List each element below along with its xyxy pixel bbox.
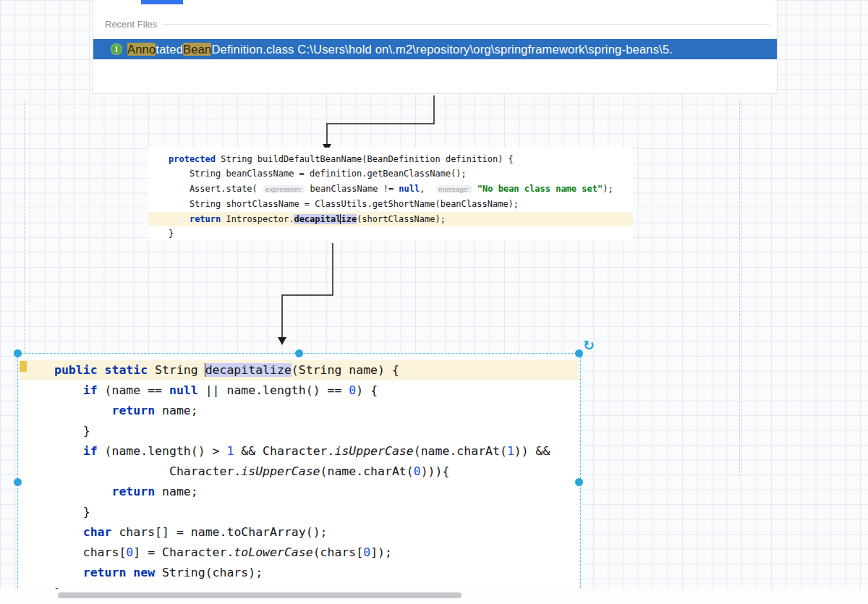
code-token: public static (54, 363, 148, 377)
arrow-connector-bottom[interactable] (278, 243, 333, 345)
code-line: char chars[] = name.toCharArray(); (20, 522, 579, 543)
code-token: null (169, 383, 198, 397)
code-token: chars[] = name.toCharArray(); (112, 525, 328, 539)
code-line: if (name.length() > 1 && Character.isUpp… (20, 441, 579, 461)
code-token: isUpperCase (334, 444, 413, 458)
selection-handle-top-center[interactable] (295, 349, 303, 357)
code-line: chars[0] = Character.toLowerCase(chars[0… (20, 543, 579, 563)
code-line: Character.isUpperCase(name.charAt(0))){ (20, 461, 579, 482)
code-token: ]); (370, 545, 392, 559)
code-token: 0 (363, 545, 370, 559)
code-snippet-decapitalize[interactable]: public static String decapitalize(String… (20, 354, 579, 589)
code-token: String(chars); (155, 566, 263, 579)
code-token: String shortClassName = ClassUtils.getSh… (169, 199, 519, 209)
code-line: String beanClassName = definition.getBea… (148, 166, 633, 181)
code-token: name; (155, 485, 198, 498)
code-token: ); (603, 184, 613, 194)
code-line: return name; (20, 401, 579, 421)
code-token: Introspector. (221, 214, 294, 224)
code-token: 1 (507, 444, 514, 458)
code-line: } (20, 583, 579, 589)
code-line: } (20, 421, 579, 441)
code-token: message: (435, 185, 472, 193)
code-token: } (54, 424, 90, 438)
code-token: ) { (356, 383, 378, 397)
code-token: beanClassName != (305, 184, 399, 194)
code-token: (name.length() > (98, 444, 227, 458)
code-token (472, 184, 477, 194)
code-token: name; (155, 404, 198, 417)
code-token: chars[ (54, 545, 126, 559)
code-token (54, 444, 83, 458)
code-token: || name.length() == (198, 383, 349, 397)
code-token: return new (83, 566, 155, 579)
code-token: (name == (98, 383, 169, 397)
code-token: 0 (414, 464, 421, 478)
code-token: } (169, 229, 174, 239)
code-token: char (83, 525, 112, 539)
code-token: ] = Character. (133, 545, 234, 559)
code-token (54, 404, 111, 417)
horizontal-scrollbar[interactable] (58, 592, 461, 598)
code-token: decapital (294, 214, 341, 224)
code-token: null (399, 184, 420, 194)
yellow-line-marker (20, 361, 27, 372)
code-token: String (148, 363, 205, 377)
code-token: ))){ (421, 464, 450, 478)
code-token: , (420, 184, 435, 194)
code-token: 0 (349, 383, 356, 397)
selection-handle-top-left[interactable] (14, 349, 22, 357)
code-token: String buildDefaultBeanName(BeanDefiniti… (216, 154, 514, 164)
arrow-connector-top[interactable] (323, 95, 434, 152)
code-token: (name.charAt( (320, 464, 414, 478)
code-token: expression: (263, 185, 305, 193)
code-line: public static String decapitalize(String… (20, 360, 579, 380)
rotate-icon[interactable]: ↻ (583, 337, 595, 353)
code-token: (chars[ (313, 545, 364, 559)
code-token: "No bean class name set" (477, 184, 603, 194)
code-token: return (111, 485, 155, 498)
code-token: return (111, 404, 155, 417)
code-token: String beanClassName = definition.getBea… (169, 169, 467, 179)
code-token (54, 383, 83, 397)
code-snippet-builddefaultbeanname[interactable]: protected String buildDefaultBeanName(Be… (148, 148, 633, 241)
code-line: return new String(chars); (20, 563, 579, 583)
selection-handle-mid-left[interactable] (14, 478, 22, 486)
code-line: Assert.state( expression: beanClassName … (148, 182, 633, 197)
code-token: (shortClassName); (357, 214, 446, 224)
code-token: (String name) { (292, 363, 399, 377)
code-line: protected String buildDefaultBeanName(Be… (148, 152, 633, 166)
canvas-bottom-strip (0, 589, 868, 604)
code-token: return (190, 214, 221, 224)
code-line: } (148, 226, 633, 241)
code-token: && Character. (234, 444, 334, 458)
code-token: isUpperCase (241, 464, 320, 478)
code-line: return Introspector.decapitalize(shortCl… (148, 212, 633, 226)
selection-handle-mid-right[interactable] (575, 478, 583, 486)
code-token (54, 485, 111, 498)
code-line: } (20, 502, 579, 522)
code-token: if (83, 444, 98, 458)
code-token: toLowerCase (234, 545, 312, 559)
code-token: } (54, 505, 90, 519)
code-token: protected (169, 154, 216, 164)
code-token: decapitalize (205, 363, 292, 377)
code-token: (name.charAt( (414, 444, 507, 458)
code-token (54, 525, 83, 539)
code-token: ize (340, 214, 357, 224)
code-token: )) && (514, 444, 550, 458)
code-line: if (name == null || name.length() == 0) … (20, 380, 579, 401)
code-token: 0 (126, 545, 133, 559)
code-token (54, 566, 83, 579)
code-token: Assert.state( (169, 184, 263, 194)
code-token: 1 (226, 444, 234, 458)
selection-handle-top-right[interactable] (575, 349, 583, 357)
whiteboard-canvas[interactable]: Recent Files I AnnotatedBeanDefinition.c… (0, 0, 868, 604)
code-token: if (83, 383, 98, 397)
code-token (169, 214, 190, 224)
code-token: Character. (54, 464, 241, 478)
code-line: String shortClassName = ClassUtils.getSh… (148, 197, 633, 211)
code-line: return name; (20, 482, 579, 502)
